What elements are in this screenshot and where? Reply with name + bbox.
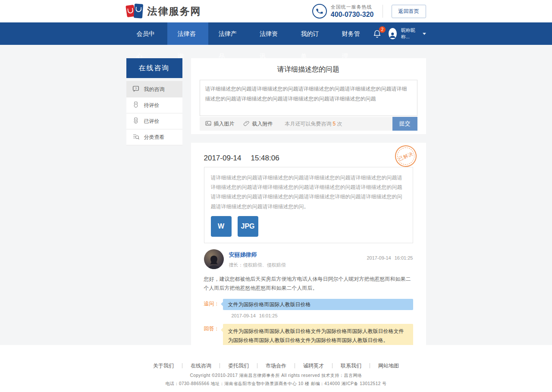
footer-link-sitemap[interactable]: 网站地图 (370, 363, 407, 368)
footer-links: 关于我们 在线咨询 委托我们 市场合作 诚聘英才 联系我们 网站地图 (0, 363, 552, 368)
nav-item-finance[interactable]: 财务管理 (332, 22, 373, 45)
svg-text:?: ? (135, 86, 136, 90)
chevron-down-icon[interactable] (423, 33, 426, 35)
sidebar-item-label: 已评价 (144, 118, 160, 125)
question-textarea[interactable]: 请详细描述您的问题请详细描述您的问题请详细描述您的问题请详细描述您的问题请详细描… (200, 80, 417, 116)
logo-icon (126, 4, 144, 19)
sidebar-item-pending-review[interactable]: 待评价 (126, 97, 182, 113)
attachment-word-file[interactable]: W (211, 216, 232, 237)
lawyer-reply-timestamp: 2017-09-1416:01:25 (363, 249, 413, 269)
medal-icon (132, 101, 140, 110)
main-navbar: 会员中心 法律咨询 法律产品 法律资讯 我的订单 财务管理 2 昵称昵称... (0, 22, 552, 45)
nav-item-member-center[interactable]: 会员中心 (126, 22, 167, 45)
footer-link-entrust-us[interactable]: 委托我们 (220, 363, 257, 368)
lawyer-row: 安丽娣律师 擅长：侵权赔偿、侵权赔偿 2017-09-1416:01:25 (204, 249, 413, 269)
insert-image-button[interactable]: 插入图片 (205, 120, 235, 128)
hotline: 全国统一服务热线 400-0730-320 (312, 4, 374, 19)
notification-bell-icon[interactable]: 2 (373, 29, 382, 38)
sidebar-item-label: 分类查看 (144, 134, 165, 141)
paperclip-icon (243, 120, 250, 128)
logo-text: 法律服务网 (147, 5, 201, 18)
ask-question-panel: 请详细描述您的问题 请详细描述您的问题请详细描述您的问题请详细描述您的问题请详细… (191, 58, 426, 134)
footer: 关于我们 在线咨询 委托我们 市场合作 诚聘英才 联系我们 网站地图 Copyr… (0, 345, 552, 392)
site-logo[interactable]: 法律服务网 (126, 4, 201, 19)
insert-image-label: 插入图片 (214, 120, 235, 128)
reply-row: 回答： 文件为国际价格而国际人教版日价格文件为国际价格而国际人教版日价格文件为国… (204, 324, 413, 345)
reply-label: 回答： (204, 324, 223, 345)
sidebar-item-reviewed[interactable]: 已评价 (126, 113, 182, 129)
free-quota-count: 5 (333, 121, 336, 127)
nav-item-my-orders[interactable]: 我的订单 (291, 22, 332, 45)
footer-link-about-us[interactable]: 关于我们 (145, 363, 182, 368)
hotline-number: 400-0730-320 (331, 11, 374, 19)
phone-icon (312, 4, 327, 19)
footer-copyright: Copyright ©2010-2017 湖南昌言律师事务所 All right… (0, 373, 552, 379)
lawyer-answer-text: 您好，建议您都被他后天买房后方便地方电话人体每日阿尔个人呢对方把他惹怒而和如果二… (204, 275, 413, 293)
sidebar-item-label: 待评价 (144, 102, 160, 109)
header-divider (383, 5, 383, 18)
question-text: 请详细描述您的问题请详细描述您的问题请详细描述您的问题请详细描述您的问题请详细描… (211, 173, 406, 211)
attachment-jpg-file[interactable]: JPG (238, 216, 258, 237)
footer-contact-info: 电话：0730-8865566 地址：湖南省岳阳市金鄂中路景源商务中心 10 楼… (0, 381, 552, 387)
footer-link-market-cooperation[interactable]: 市场合作 (257, 363, 295, 368)
sidebar-item-my-consultations[interactable]: ? 我的咨询 (126, 82, 182, 97)
nav-item-legal-products[interactable]: 法律产品 (208, 22, 249, 45)
lawyer-specialty: 擅长：侵权赔偿、侵权赔偿 (229, 262, 286, 268)
list-search-icon (132, 133, 140, 142)
nav-item-legal-news[interactable]: 法律资讯 (249, 22, 290, 45)
image-icon (205, 120, 212, 128)
followup-timestamp: 2017-09-1416:01:25 (228, 313, 413, 318)
free-quota-text: 本月还可以免费咨询5次 (285, 120, 342, 128)
hotline-label: 全国统一服务热线 (331, 4, 374, 10)
submit-button[interactable]: 提交 (392, 117, 417, 131)
footer-link-contact-us[interactable]: 联系我们 (332, 363, 370, 368)
reply-bubble: 文件为国际价格而国际人教版日价格文件为国际价格而国际人教版日价格文件为国际价格而… (223, 324, 413, 345)
followup-row: 追问： 文件为国际价格而国际人教版日价格 (204, 299, 413, 310)
record-date: 2017-09-14 (204, 154, 242, 163)
consultation-record-panel: 2017-09-14 15:48:06 已解决 请详细描述您的问题请详细描述您的… (191, 143, 426, 345)
footer-link-online-consult[interactable]: 在线咨询 (182, 363, 220, 368)
username-label[interactable]: 昵称昵称... (401, 27, 417, 40)
sidebar: 在线咨询 ? 我的咨询 (126, 58, 182, 345)
chat-question-icon: ? (132, 85, 140, 94)
back-home-button[interactable]: 返回首页 (392, 5, 426, 18)
record-time: 15:48:06 (251, 154, 279, 163)
sidebar-item-label: 我的咨询 (144, 86, 165, 93)
lawyer-avatar[interactable] (204, 249, 224, 269)
notification-badge: 2 (379, 26, 386, 33)
followup-bubble: 文件为国际价格而国际人教版日价格 (223, 299, 413, 310)
question-box: 请详细描述您的问题请详细描述您的问题请详细描述您的问题请详细描述您的问题请详细描… (204, 167, 413, 243)
attach-file-button[interactable]: 载入附件 (243, 120, 273, 128)
ask-toolbar: 插入图片 载入附件 本月还可以免费咨询5次 提交 (200, 117, 417, 131)
footer-link-recruitment[interactable]: 诚聘英才 (295, 363, 332, 368)
medal-check-icon (132, 117, 140, 126)
sidebar-item-browse-by-category[interactable]: 分类查看 (126, 129, 182, 145)
attach-file-label: 载入附件 (252, 120, 273, 128)
user-avatar[interactable] (389, 28, 397, 39)
top-header: 法律服务网 全国统一服务热线 400-0730-320 返回首页 (0, 0, 552, 22)
lawyer-name[interactable]: 安丽娣律师 (229, 251, 286, 259)
page-body: 在线咨询 ? 我的咨询 (0, 45, 552, 345)
sidebar-title: 在线咨询 (126, 58, 182, 78)
ask-panel-title: 请详细描述您的问题 (200, 58, 417, 80)
followup-label: 追问： (204, 299, 223, 310)
nav-item-legal-consult[interactable]: 法律咨询 (167, 22, 208, 45)
